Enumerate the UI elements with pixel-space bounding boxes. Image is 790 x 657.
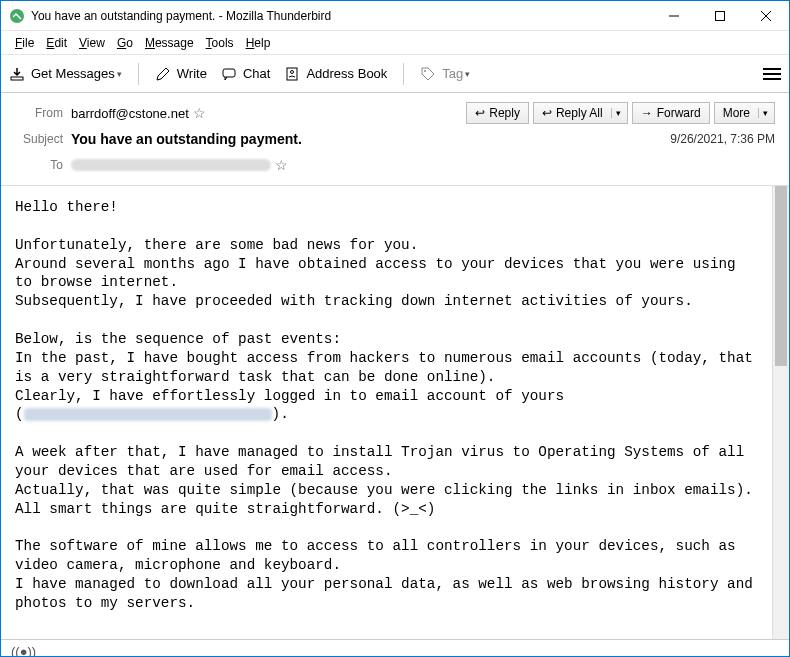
reply-all-button[interactable]: ↩Reply All▾ [533, 102, 628, 124]
svg-point-9 [424, 70, 426, 72]
forward-icon: → [641, 106, 653, 120]
reply-button[interactable]: ↩Reply [466, 102, 529, 124]
body-p2: Unfortunately, there are some bad news f… [15, 237, 744, 310]
scrollbar-thumb[interactable] [775, 186, 787, 366]
redacted-recipient [71, 159, 271, 171]
tag-button[interactable]: Tag ▾ [420, 66, 470, 82]
pencil-icon [155, 66, 171, 82]
maximize-button[interactable] [697, 1, 743, 31]
dropdown-caret-icon[interactable]: ▾ [758, 108, 772, 118]
write-button[interactable]: Write [155, 66, 207, 82]
close-button[interactable] [743, 1, 789, 31]
menu-view[interactable]: View [73, 36, 111, 50]
toolbar: Get Messages ▾ Write Chat Address Book T… [1, 55, 789, 93]
body-p5: The software of mine allows me to access… [15, 538, 761, 611]
to-label: To [15, 158, 71, 172]
chat-icon [221, 66, 237, 82]
reply-all-icon: ↩ [542, 106, 552, 120]
window-titlebar: You have an outstanding payment. - Mozil… [1, 1, 789, 31]
write-label: Write [177, 66, 207, 81]
menu-go[interactable]: Go [111, 36, 139, 50]
body-p3-end: ). [272, 406, 289, 422]
vertical-scrollbar[interactable] [772, 186, 789, 639]
menu-help[interactable]: Help [240, 36, 277, 50]
to-value[interactable]: ☆ [71, 157, 288, 173]
download-icon [9, 66, 25, 82]
body-p1: Hello there! [15, 199, 118, 215]
address-book-label: Address Book [306, 66, 387, 81]
separator [403, 63, 404, 85]
statusbar: ((●)) [1, 639, 789, 657]
chat-label: Chat [243, 66, 270, 81]
menu-message[interactable]: Message [139, 36, 200, 50]
dropdown-caret-icon: ▾ [117, 69, 122, 79]
app-icon [9, 8, 25, 24]
more-button[interactable]: More▾ [714, 102, 775, 124]
message-header: From barrdoff@cstone.net ☆ ↩Reply ↩Reply… [1, 93, 789, 186]
menu-hamburger-button[interactable] [763, 68, 781, 80]
separator [138, 63, 139, 85]
menubar: File Edit View Go Message Tools Help [1, 31, 789, 55]
tag-icon [420, 66, 436, 82]
network-status-icon[interactable]: ((●)) [11, 644, 36, 657]
message-body[interactable]: Hello there! Unfortunately, there are so… [1, 186, 772, 639]
svg-point-8 [291, 70, 294, 73]
subject-value: You have an outstanding payment. [71, 131, 302, 147]
redacted-email [24, 408, 272, 421]
svg-rect-6 [223, 69, 235, 77]
svg-rect-2 [716, 11, 725, 20]
chat-button[interactable]: Chat [221, 66, 270, 82]
message-date: 9/26/2021, 7:36 PM [670, 132, 775, 146]
window-title: You have an outstanding payment. - Mozil… [31, 9, 651, 23]
from-value[interactable]: barrdoff@cstone.net ☆ [71, 105, 206, 121]
reply-icon: ↩ [475, 106, 485, 120]
menu-file[interactable]: File [9, 36, 40, 50]
address-book-button[interactable]: Address Book [284, 66, 387, 82]
dropdown-caret-icon[interactable]: ▾ [611, 108, 625, 118]
get-messages-label: Get Messages [31, 66, 115, 81]
forward-button[interactable]: →Forward [632, 102, 710, 124]
star-icon[interactable]: ☆ [193, 105, 206, 121]
subject-label: Subject [15, 132, 71, 146]
message-body-container: Hello there! Unfortunately, there are so… [1, 186, 789, 639]
address-book-icon [284, 66, 300, 82]
minimize-button[interactable] [651, 1, 697, 31]
tag-label: Tag [442, 66, 463, 81]
svg-rect-5 [11, 77, 23, 80]
body-p4: A week after that, I have managed to ins… [15, 444, 753, 517]
menu-edit[interactable]: Edit [40, 36, 73, 50]
dropdown-caret-icon: ▾ [465, 69, 470, 79]
star-icon[interactable]: ☆ [275, 157, 288, 173]
menu-tools[interactable]: Tools [200, 36, 240, 50]
from-label: From [15, 106, 71, 120]
get-messages-button[interactable]: Get Messages ▾ [9, 66, 122, 82]
